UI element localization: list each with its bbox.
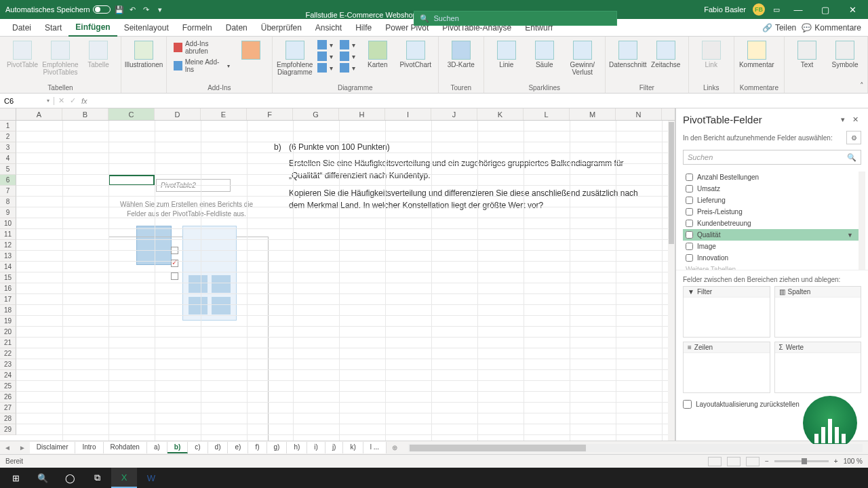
row-header[interactable]: 28 (0, 413, 16, 424)
row-header[interactable]: 20 (0, 327, 16, 338)
sheet-nav-next-icon[interactable]: ► (15, 444, 30, 451)
taskbar-excel-icon[interactable]: X (111, 468, 137, 488)
illustrations-button[interactable]: Illustrationen (127, 39, 161, 68)
sheet-tab[interactable]: h) (287, 442, 307, 453)
rows-area[interactable]: ≡Zeilen (683, 342, 770, 393)
sheet-tab[interactable]: k) (343, 442, 363, 453)
accept-formula-icon[interactable]: ✓ (70, 96, 76, 105)
tab-ansicht[interactable]: Ansicht (309, 20, 349, 36)
page-break-view-button[interactable] (746, 457, 760, 466)
sheet-tab[interactable]: Disclaimer (30, 442, 76, 453)
row-header[interactable]: 14 (0, 262, 16, 272)
sheet-tab[interactable]: i) (307, 442, 326, 453)
row-header[interactable]: 4 (0, 153, 16, 164)
sparkline-column-button[interactable]: Säule (528, 39, 561, 68)
row-header[interactable]: 23 (0, 359, 16, 370)
column-header[interactable]: H (339, 108, 385, 120)
tab-datei[interactable]: Datei (5, 20, 38, 36)
row-header[interactable]: 16 (0, 283, 16, 294)
autosave-toggle[interactable]: Automatisches Speichern (5, 5, 111, 14)
vertical-scrollbar[interactable] (668, 121, 675, 441)
slicer-button[interactable]: Datenschnitt (611, 39, 645, 68)
chart-column-button[interactable]: ▾ (316, 39, 334, 50)
tab-einfuegen[interactable]: Einfügen (68, 19, 117, 37)
ribbon-mode-icon[interactable]: ▭ (772, 5, 781, 14)
chart-combo-button[interactable]: ▾ (338, 62, 357, 73)
taskpane-layout-gear-icon[interactable]: ⚙ (846, 131, 861, 144)
row-header[interactable]: 19 (0, 316, 16, 327)
field-item[interactable]: Innovation (683, 252, 859, 264)
sheet-tab[interactable]: l ... (363, 442, 387, 453)
column-header[interactable]: B (62, 108, 108, 120)
taskpane-close-icon[interactable]: ✕ (849, 115, 861, 124)
chart-bar-button[interactable]: ▾ (316, 62, 334, 73)
row-header[interactable]: 21 (0, 338, 16, 348)
chart-line-button[interactable]: ▾ (316, 51, 334, 62)
row-header[interactable]: 2 (0, 131, 16, 142)
row-header[interactable]: 17 (0, 294, 16, 305)
field-item[interactable]: Kundenbetreuung (683, 218, 859, 229)
chevron-down-icon[interactable]: ▼ (847, 232, 856, 239)
zoom-level[interactable]: 100 % (844, 458, 863, 465)
field-checkbox[interactable] (686, 185, 693, 192)
row-header[interactable]: 6 (0, 175, 16, 186)
sheet-tab[interactable]: a) (147, 442, 167, 453)
field-item[interactable]: Umsatz (683, 183, 859, 195)
field-checkbox[interactable] (686, 231, 693, 239)
row-header[interactable]: 3 (0, 142, 16, 153)
field-list[interactable]: Anzahl BestellungenUmsatzLieferungPreis-… (683, 171, 865, 270)
column-header[interactable]: G (293, 108, 339, 120)
taskbar-word-icon[interactable]: W (138, 468, 164, 488)
3d-map-button[interactable]: 3D-Karte (444, 39, 478, 68)
recommended-charts-button[interactable]: Empfohlene Diagramme (278, 39, 312, 76)
name-box[interactable]: C6▾ (0, 97, 54, 105)
maximize-button[interactable]: ▢ (815, 5, 835, 15)
taskbar-search-icon[interactable]: 🔍 (30, 468, 56, 488)
row-header[interactable]: 29 (0, 424, 16, 435)
tab-start[interactable]: Start (38, 20, 68, 36)
field-item[interactable]: Anzahl Bestellungen (683, 171, 859, 183)
my-addins-button[interactable]: Meine Add-Ins▾ (172, 58, 231, 74)
tab-formeln[interactable]: Formeln (176, 20, 219, 36)
sheet-tab[interactable]: j) (326, 442, 344, 453)
more-tables-link[interactable]: Weitere Tabellen... (683, 264, 859, 270)
row-header[interactable]: 26 (0, 392, 16, 403)
close-button[interactable]: ✕ (842, 5, 863, 15)
chart-scatter-button[interactable]: ▾ (338, 51, 357, 62)
pivotchart-button[interactable]: PivotChart (399, 39, 433, 68)
quickaccess-more-icon[interactable]: ▾ (155, 5, 165, 14)
field-item[interactable]: Qualität▼ (683, 229, 859, 241)
horizontal-scrollbar[interactable] (408, 444, 863, 452)
zoom-out-button[interactable]: − (765, 458, 769, 465)
worksheet-grid[interactable]: ABCDEFGHIJKLMN PivotTable2 Wählen Sie zu… (0, 108, 675, 441)
column-header[interactable]: F (247, 108, 293, 120)
row-header[interactable]: 18 (0, 305, 16, 316)
row-header[interactable]: 12 (0, 240, 16, 251)
tab-hilfe[interactable]: Hilfe (349, 20, 378, 36)
filter-area[interactable]: ▼Filter (683, 286, 770, 338)
column-header[interactable]: M (570, 108, 616, 120)
column-header[interactable]: I (385, 108, 431, 120)
sheet-tab[interactable]: d) (208, 442, 229, 453)
row-header[interactable]: 24 (0, 370, 16, 381)
sparkline-line-button[interactable]: Linie (490, 39, 524, 68)
timeline-button[interactable]: Zeitachse (649, 39, 683, 68)
sheet-tab[interactable]: c) (188, 442, 208, 453)
column-header[interactable]: C (108, 108, 155, 120)
values-area[interactable]: ΣWerte (774, 342, 862, 393)
maps-button[interactable]: Karten (361, 39, 395, 68)
row-header[interactable]: 1 (0, 121, 16, 131)
defer-layout-checkbox[interactable] (683, 400, 692, 409)
zoom-in-button[interactable]: + (834, 458, 838, 465)
text-button[interactable]: Text (790, 39, 824, 68)
sheet-tab[interactable]: b) (167, 442, 188, 453)
field-checkbox[interactable] (686, 174, 693, 181)
fx-icon[interactable]: fx (81, 97, 87, 105)
row-header[interactable]: 25 (0, 381, 16, 392)
share-button[interactable]: 🔗Teilen (762, 23, 796, 33)
row-header[interactable]: 10 (0, 218, 16, 229)
row-header[interactable]: 22 (0, 348, 16, 359)
tab-seitenlayout[interactable]: Seitenlayout (117, 20, 176, 36)
row-header[interactable]: 11 (0, 229, 16, 240)
comment-button[interactable]: Kommentar (740, 39, 774, 68)
